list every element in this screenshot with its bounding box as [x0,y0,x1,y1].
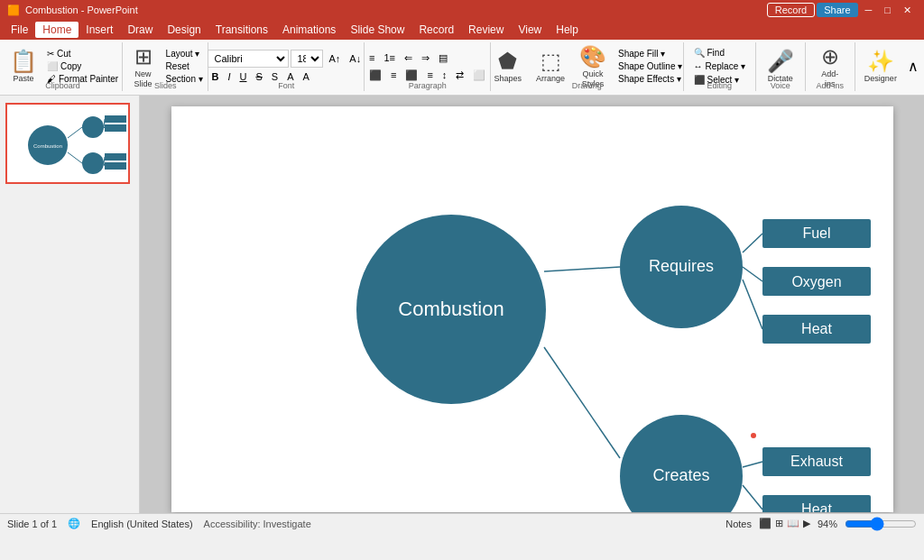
menu-insert[interactable]: Insert [79,22,120,38]
reading-view-icon[interactable]: 📖 [787,518,799,529]
notes-toggle[interactable]: Notes [725,519,752,529]
decrease-font-button[interactable]: A↓ [346,51,365,66]
increase-font-button[interactable]: A↑ [325,51,344,66]
requires-label: Requires [648,257,713,275]
language-label: English (United States) [91,519,193,529]
share-button[interactable]: Share [817,3,857,17]
notes-area[interactable]: Click to add notes [171,512,893,513]
layout-button[interactable]: Layout ▾ [163,48,206,60]
exhaust-label: Exhaust [790,454,843,469]
menu-design[interactable]: Design [160,22,208,38]
copy-button[interactable]: ⬜Copy [44,60,121,72]
designer-button[interactable]: ✨ Designer [859,47,902,87]
font-size-select[interactable]: 18 [291,50,323,68]
bullets-button[interactable]: ≡ [365,50,378,65]
ribbon-content: 📋 Paste ✂Cut ⬜Copy 🖌Format Painter Clipb… [4,41,920,91]
voice-label: Voice [756,81,805,90]
font-label: Font [208,81,364,90]
svg-line-9 [104,119,105,127]
cut-icon: ✂ [47,49,54,59]
svg-rect-3 [105,115,126,123]
ribbon-group-font: Calibri 18 A↑ A↓ B I U S S A A [208,42,365,91]
creates-node[interactable] [620,415,743,512]
ribbon-group-drawing: ⬟ Shapes ⬚ Arrange 🎨 QuickStyles Shape F… [491,42,684,91]
ribbon: 📋 Paste ✂Cut ⬜Copy 🖌Format Painter Clipb… [0,40,924,96]
slide-sorter-icon[interactable]: ⊞ [775,518,783,529]
slides-panel: 1 Combustion [0,96,140,513]
menu-animations[interactable]: Animations [275,22,343,38]
replace-button[interactable]: ↔Replace ▾ [691,60,748,72]
svg-rect-4 [105,124,126,132]
shape-outline-button[interactable]: Shape Outline ▾ [615,60,685,72]
menu-view[interactable]: View [511,22,549,38]
menu-slideshow[interactable]: Slide Show [343,22,411,38]
error-indicator [751,433,756,438]
app-icon: 🟧 [7,5,20,16]
clipboard-label: Clipboard [4,81,122,90]
para-row1: ≡ 1≡ ⇐ ⇒ ▤ [365,50,489,66]
status-right: Notes ⬛ ⊞ 📖 ▶ 94% [725,518,917,530]
svg-line-7 [68,127,82,138]
ribbon-group-clipboard: 📋 Paste ✂Cut ⬜Copy 🖌Format Painter Clipb… [4,42,123,91]
columns-button[interactable]: ▤ [435,50,451,66]
font-family-select[interactable]: Calibri [208,50,289,68]
record-button[interactable]: Record [767,3,815,17]
line-creates-exhaust [743,462,762,467]
increase-indent-button[interactable]: ⇒ [418,50,433,66]
title-bar: 🟧 Combustion - PowerPoint Record Share ─… [0,0,924,20]
menu-record[interactable]: Record [411,22,461,38]
minimize-button[interactable]: ─ [860,3,878,17]
menu-bar: File Home Insert Draw Design Transitions… [0,20,924,40]
zoom-level: 94% [818,519,837,529]
dictate-icon: 🎤 [767,49,794,74]
maximize-button[interactable]: □ [879,3,896,17]
addins-icon: ⊕ [821,44,839,69]
line-combustion-creates [544,347,620,458]
svg-rect-6 [105,162,126,170]
view-icons: ⬛ ⊞ 📖 ▶ [759,518,810,529]
slide-thumbnail-1[interactable]: Combustion [5,103,130,184]
ribbon-group-addins: ⊕ Add-ins Add-ins [806,42,855,91]
ribbon-collapse[interactable]: ∧ [906,56,920,77]
arrange-icon: ⬚ [541,49,561,74]
designer-icon: ✨ [867,49,894,74]
accessibility-label: Accessibility: Investigate [204,519,311,529]
menu-home[interactable]: Home [35,22,79,38]
shape-fill-button[interactable]: Shape Fill ▾ [615,48,685,60]
heat-requires-label: Heat [801,321,832,336]
normal-view-icon[interactable]: ⬛ [759,518,772,529]
main-area: 1 Combustion [0,96,924,513]
zoom-slider[interactable] [845,518,917,530]
title-bar-left: 🟧 Combustion - PowerPoint [7,5,138,16]
menu-file[interactable]: File [4,22,35,38]
cut-button[interactable]: ✂Cut [44,48,121,60]
canvas-area: Combustion Requires Creates Fuel Oxygen [140,96,924,513]
combustion-label: Combustion [398,298,504,320]
slideshow-icon[interactable]: ▶ [803,518,810,529]
svg-rect-5 [105,153,126,161]
reset-button[interactable]: Reset [163,60,206,72]
paragraph-label: Paragraph [365,81,490,90]
menu-transitions[interactable]: Transitions [208,22,275,38]
slides-label: Slides [123,81,208,90]
menu-help[interactable]: Help [549,22,586,38]
title-bar-right[interactable]: Record Share ─ □ ✕ [767,3,917,17]
shapes-icon: ⬟ [498,49,517,74]
close-button[interactable]: ✕ [898,3,917,17]
svg-point-2 [82,152,104,174]
ribbon-group-editing: 🔍Find ↔Replace ▾ ⬛Select ▾ Editing [684,42,756,91]
svg-line-11 [104,157,105,163]
ribbon-group-designer: ✨ Designer [855,42,906,91]
menu-draw[interactable]: Draw [120,22,160,38]
addins-label: Add-ins [806,81,855,90]
find-icon: 🔍 [694,48,705,58]
slide-canvas[interactable]: Combustion Requires Creates Fuel Oxygen [171,106,893,512]
numbering-button[interactable]: 1≡ [380,50,399,65]
window-title: Combustion - PowerPoint [25,5,138,15]
line-requires-fuel [743,234,762,252]
menu-review[interactable]: Review [461,22,511,38]
copy-icon: ⬜ [47,61,58,71]
find-button[interactable]: 🔍Find [691,47,748,59]
oxygen-label: Oxygen [791,274,841,289]
decrease-indent-button[interactable]: ⇐ [401,50,416,66]
